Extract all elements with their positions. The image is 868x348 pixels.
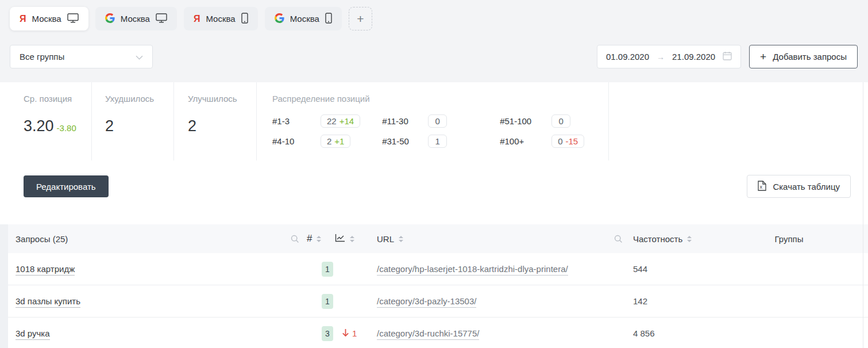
chevron-down-icon bbox=[136, 52, 143, 62]
range-badge: 1 bbox=[428, 135, 447, 148]
range-value: 0 bbox=[435, 116, 439, 126]
range-value: 0 bbox=[558, 136, 562, 146]
search-icon[interactable] bbox=[607, 235, 630, 243]
column-queries[interactable]: Запросы (25) bbox=[8, 234, 285, 244]
tab-label: Москва bbox=[290, 14, 319, 24]
url-link[interactable]: /category/hp-laserjet-1018-kartridzhi-dl… bbox=[377, 264, 568, 276]
tab-label: Москва bbox=[32, 14, 61, 24]
range-badge: 0 bbox=[428, 114, 447, 128]
stat-label: Ср. позиция bbox=[24, 94, 76, 104]
excel-file-icon: x bbox=[758, 181, 766, 193]
search-icon[interactable] bbox=[285, 235, 304, 243]
stat-value: 2 bbox=[188, 117, 196, 135]
range-value: 1 bbox=[435, 136, 439, 146]
search-engine-tabs: Я Москва Москва bbox=[10, 7, 372, 30]
tab-yandex-moscow-mobile[interactable]: Я Москва bbox=[184, 7, 258, 30]
chart-icon bbox=[335, 234, 345, 244]
google-icon bbox=[105, 13, 115, 25]
stat-value: 2 bbox=[105, 117, 114, 135]
mobile-icon bbox=[241, 13, 248, 25]
divider bbox=[608, 82, 609, 160]
sort-icon[interactable] bbox=[687, 236, 692, 242]
column-frequency-label: Частотность bbox=[633, 234, 682, 244]
scrollbar-track[interactable] bbox=[863, 82, 863, 348]
column-position[interactable]: # bbox=[304, 233, 333, 244]
column-position-label: # bbox=[307, 233, 312, 244]
table-row: 3d ручка 3 1 /category/3d-ruchki-15775/ … bbox=[8, 318, 868, 348]
distribution-title: Распределение позиций bbox=[272, 94, 584, 104]
stat-improved: Улучшилось 2 bbox=[188, 94, 237, 135]
position-distribution: Распределение позиций #1-3 22 +14 #4-10 … bbox=[272, 94, 584, 148]
tab-yandex-moscow-desktop[interactable]: Я Москва bbox=[10, 7, 88, 30]
stat-avg-position: Ср. позиция 3.20-3.80 bbox=[24, 94, 76, 135]
stat-label: Ухудшилось bbox=[105, 94, 154, 104]
divider bbox=[173, 82, 174, 160]
url-link[interactable]: /category/3d-ruchki-15775/ bbox=[377, 328, 479, 340]
plus-icon: + bbox=[760, 51, 766, 62]
groups-select-value: Все группы bbox=[20, 52, 64, 62]
position-badge: 1 bbox=[322, 294, 333, 309]
desktop-icon bbox=[67, 13, 79, 25]
add-project-tab-button[interactable]: + bbox=[349, 7, 372, 30]
divider bbox=[256, 82, 257, 160]
frequency-value: 142 bbox=[630, 296, 710, 306]
yandex-icon: Я bbox=[20, 14, 26, 24]
range-label: #11-30 bbox=[382, 116, 428, 126]
tab-google-moscow-desktop[interactable]: Москва bbox=[95, 7, 177, 30]
distribution-item: #51-100 0 bbox=[500, 113, 584, 128]
range-delta: +1 bbox=[334, 136, 344, 146]
add-queries-button[interactable]: + Добавить запросы bbox=[749, 45, 858, 68]
download-table-button[interactable]: x Скачать таблицу bbox=[747, 175, 851, 198]
date-to: 21.09.2020 bbox=[672, 52, 715, 62]
sort-icon[interactable] bbox=[317, 236, 321, 242]
table-header: Запросы (25) # URL bbox=[8, 224, 868, 253]
date-from: 01.09.2020 bbox=[606, 52, 649, 62]
range-label: #51-100 bbox=[500, 116, 551, 126]
column-url[interactable]: URL bbox=[370, 234, 607, 244]
range-label: #31-50 bbox=[382, 136, 428, 146]
column-dynamics[interactable] bbox=[333, 234, 370, 244]
date-range-input[interactable]: 01.09.2020 → 21.09.2020 bbox=[597, 45, 741, 68]
range-badge: 2 +1 bbox=[321, 135, 350, 148]
desktop-icon bbox=[156, 13, 167, 25]
column-frequency[interactable]: Частотность bbox=[630, 234, 710, 244]
range-label: #1-3 bbox=[272, 116, 321, 126]
mobile-icon bbox=[325, 13, 332, 25]
calendar-icon bbox=[723, 51, 732, 62]
url-link[interactable]: /category/3d-pazly-13503/ bbox=[377, 296, 476, 308]
stat-label: Улучшилось bbox=[188, 94, 237, 104]
edit-button[interactable]: Редактировать bbox=[24, 175, 109, 197]
range-value: 22 bbox=[327, 116, 337, 126]
stat-value: 3.20 bbox=[24, 117, 54, 135]
range-delta: -15 bbox=[565, 136, 578, 146]
range-badge: 0 bbox=[551, 114, 570, 128]
range-value: 2 bbox=[327, 136, 331, 146]
summary-panel: Ср. позиция 3.20-3.80 Ухудшилось 2 Улучш… bbox=[0, 82, 868, 160]
edit-button-label: Редактировать bbox=[36, 182, 96, 192]
distribution-item: #100+ 0 -15 bbox=[500, 133, 584, 148]
tab-google-moscow-mobile[interactable]: Москва bbox=[265, 7, 342, 30]
range-delta: +14 bbox=[340, 116, 354, 126]
arrow-right-icon: → bbox=[657, 52, 665, 62]
position-badge: 3 bbox=[322, 326, 333, 341]
yandex-icon: Я bbox=[194, 14, 200, 24]
sort-icon[interactable] bbox=[350, 236, 354, 242]
distribution-item: #31-50 1 bbox=[382, 133, 447, 148]
google-icon bbox=[275, 13, 284, 25]
range-label: #100+ bbox=[500, 136, 551, 146]
plus-icon: + bbox=[357, 12, 364, 26]
svg-text:x: x bbox=[760, 184, 763, 190]
tab-label: Москва bbox=[121, 14, 150, 24]
position-change-value: 1 bbox=[352, 328, 357, 338]
column-groups: Группы bbox=[710, 234, 868, 244]
query-link[interactable]: 1018 картридж bbox=[16, 264, 75, 276]
query-link[interactable]: 3d пазлы купить bbox=[16, 296, 80, 308]
divider bbox=[91, 82, 92, 160]
query-link[interactable]: 3d ручка bbox=[16, 328, 50, 340]
position-badge: 1 bbox=[322, 262, 333, 277]
groups-select[interactable]: Все группы bbox=[10, 45, 153, 68]
top-toolbar: Я Москва Москва bbox=[0, 0, 868, 82]
download-button-label: Скачать таблицу bbox=[773, 182, 840, 192]
range-badge: 22 +14 bbox=[321, 114, 360, 128]
sort-icon[interactable] bbox=[399, 236, 403, 242]
